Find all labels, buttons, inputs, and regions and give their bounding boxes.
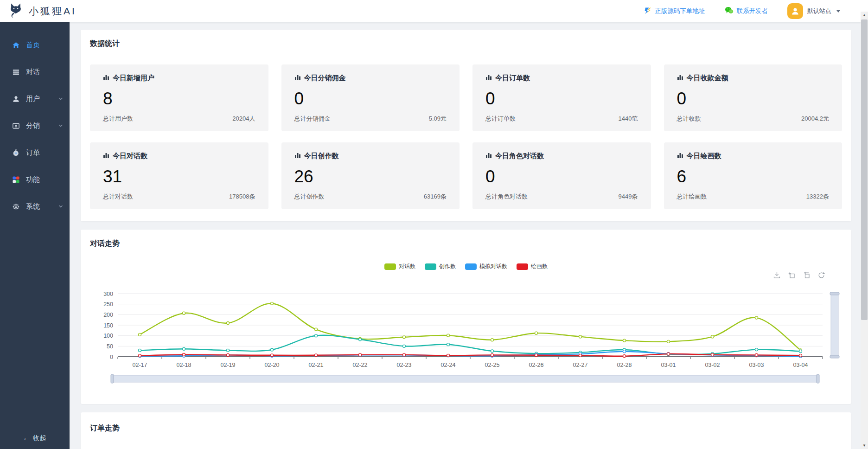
bar-chart-icon bbox=[677, 152, 683, 160]
lightning-icon bbox=[644, 6, 652, 16]
legend-item[interactable]: 创作数 bbox=[425, 263, 456, 270]
save-image-icon[interactable] bbox=[773, 271, 781, 279]
chevron-down-icon bbox=[58, 204, 63, 209]
chart-toolbox bbox=[773, 271, 825, 279]
legend-item[interactable]: 模拟对话数 bbox=[465, 263, 507, 270]
svg-text:02-20: 02-20 bbox=[265, 362, 280, 368]
svg-text:02-25: 02-25 bbox=[485, 362, 500, 368]
page-scrollbar[interactable]: ▲ ▼ bbox=[861, 12, 868, 449]
svg-text:0: 0 bbox=[110, 354, 113, 360]
scrollbar-up-arrow[interactable]: ▲ bbox=[861, 12, 868, 19]
arrow-left-icon: ← bbox=[23, 434, 30, 442]
stat-card-value: 6 bbox=[677, 168, 830, 185]
svg-text:03-04: 03-04 bbox=[793, 362, 808, 368]
chat-trend-chart: 05010015020025030002-1702-1802-1902-2002… bbox=[90, 288, 842, 392]
stat-card: 今日收款金额 0 总计收款 20004.2元 bbox=[664, 64, 842, 131]
stat-card: 今日绘画数 6 总计绘画数 13322条 bbox=[664, 142, 842, 209]
chart-legend: 对话数 创作数 模拟对话数 绘画数 bbox=[90, 263, 842, 270]
legend-swatch bbox=[384, 263, 396, 270]
stat-total-label: 总计绘画数 bbox=[677, 192, 707, 201]
chat-trend-title: 对话走势 bbox=[90, 239, 842, 249]
line-chart-canvas: 05010015020025030002-1702-1802-1902-2002… bbox=[90, 288, 842, 392]
datazoom-horizontal-slider[interactable] bbox=[111, 374, 819, 383]
stat-total-label: 总计创作数 bbox=[294, 192, 325, 201]
stat-card-value: 0 bbox=[485, 90, 638, 107]
scrollbar-thumb[interactable] bbox=[861, 19, 868, 320]
data-zoom-icon[interactable] bbox=[788, 271, 796, 279]
stat-total-value: 20204人 bbox=[232, 115, 255, 123]
svg-text:02-21: 02-21 bbox=[309, 362, 324, 368]
header-actions: 正版源码下单地址 联系开发者 默认站点 bbox=[644, 3, 841, 19]
bar-chart-icon bbox=[103, 74, 109, 83]
legend-label: 创作数 bbox=[439, 263, 456, 270]
site-selector-label: 默认站点 bbox=[807, 7, 831, 15]
features-grid-icon bbox=[12, 175, 20, 184]
collapse-label: 收起 bbox=[33, 434, 47, 442]
restore-icon[interactable] bbox=[803, 271, 811, 279]
stat-total-label: 总计用户数 bbox=[103, 115, 133, 123]
datazoom-vertical-slider[interactable] bbox=[830, 292, 839, 358]
collapse-sidebar-button[interactable]: ←收起 bbox=[0, 434, 70, 443]
sidebar-item-chat[interactable]: 对话 bbox=[0, 58, 70, 85]
stat-card-value: 0 bbox=[294, 90, 447, 107]
stat-total-value: 13322条 bbox=[806, 192, 829, 201]
legend-label: 对话数 bbox=[399, 263, 415, 270]
stat-card-value: 26 bbox=[294, 168, 447, 185]
stat-total-label: 总计角色对话数 bbox=[485, 192, 528, 201]
sidebar-item-home[interactable]: 首页 bbox=[0, 32, 70, 58]
svg-text:03-02: 03-02 bbox=[705, 362, 720, 368]
refresh-icon[interactable] bbox=[817, 271, 825, 279]
chat-trend-panel: 对话走势 对话数 创作数 模拟对话数 绘画数 05010015020025030… bbox=[81, 230, 851, 404]
brand-title: 小狐狸AI bbox=[29, 5, 77, 18]
bar-chart-icon bbox=[294, 152, 301, 160]
stat-total-value: 63169条 bbox=[424, 192, 447, 201]
svg-text:02-19: 02-19 bbox=[221, 362, 236, 368]
stat-card: 今日对话数 31 总计对话数 178508条 bbox=[90, 142, 268, 209]
top-header: 小狐狸AI 正版源码下单地址 联系开发者 bbox=[0, 0, 868, 22]
svg-text:200: 200 bbox=[103, 312, 113, 318]
stat-card-value: 0 bbox=[485, 168, 638, 185]
stat-card-value: 31 bbox=[103, 168, 255, 185]
chat-list-icon bbox=[12, 68, 20, 76]
stat-total-value: 1440笔 bbox=[619, 115, 638, 123]
legend-item[interactable]: 绘画数 bbox=[517, 263, 548, 270]
stat-card-title: 今日分销佣金 bbox=[304, 74, 346, 83]
svg-text:02-28: 02-28 bbox=[617, 362, 632, 368]
stat-card-title: 今日对话数 bbox=[113, 152, 147, 160]
stats-panel-title: 数据统计 bbox=[90, 39, 842, 49]
bar-chart-icon bbox=[485, 74, 492, 83]
stat-total-value: 178508条 bbox=[229, 192, 255, 201]
legend-label: 模拟对话数 bbox=[479, 263, 507, 270]
site-selector[interactable]: 默认站点 bbox=[787, 3, 840, 19]
sidebar-item-order[interactable]: 订单 bbox=[0, 139, 70, 166]
sidebar-item-system[interactable]: 系统 bbox=[0, 193, 70, 220]
stat-card-title: 今日订单数 bbox=[495, 74, 530, 83]
source-order-link-label: 正版源码下单地址 bbox=[655, 7, 705, 15]
distribution-icon bbox=[12, 122, 20, 130]
contact-developer-link[interactable]: 联系开发者 bbox=[725, 6, 768, 16]
bar-chart-icon bbox=[677, 74, 683, 83]
stat-card-title: 今日收款金额 bbox=[687, 74, 728, 83]
stat-total-value: 5.09元 bbox=[429, 115, 447, 123]
order-trend-panel: 订单走势 bbox=[81, 412, 851, 449]
scrollbar-down-arrow[interactable]: ▼ bbox=[861, 442, 868, 449]
bar-chart-icon bbox=[485, 152, 492, 160]
svg-text:100: 100 bbox=[103, 333, 113, 339]
stat-total-label: 总计收款 bbox=[677, 115, 701, 123]
stat-card-value: 8 bbox=[103, 90, 255, 107]
sidebar: 首页 对话 用户 分销 订单 功能 系统 ←收起 bbox=[0, 22, 70, 449]
sidebar-item-distribution[interactable]: 分销 bbox=[0, 112, 70, 139]
legend-item[interactable]: 对话数 bbox=[384, 263, 415, 270]
svg-text:03-03: 03-03 bbox=[749, 362, 764, 368]
svg-text:02-23: 02-23 bbox=[397, 362, 412, 368]
stat-card: 今日创作数 26 总计创作数 63169条 bbox=[281, 142, 460, 209]
stat-total-value: 9449条 bbox=[619, 192, 638, 201]
sidebar-item-user[interactable]: 用户 bbox=[0, 85, 70, 112]
chevron-down-icon bbox=[58, 123, 63, 128]
fox-logo-icon bbox=[7, 2, 24, 20]
svg-text:250: 250 bbox=[103, 301, 113, 308]
sidebar-item-features[interactable]: 功能 bbox=[0, 166, 70, 193]
avatar bbox=[787, 3, 803, 19]
gear-icon bbox=[12, 202, 20, 211]
source-order-link[interactable]: 正版源码下单地址 bbox=[644, 6, 705, 16]
